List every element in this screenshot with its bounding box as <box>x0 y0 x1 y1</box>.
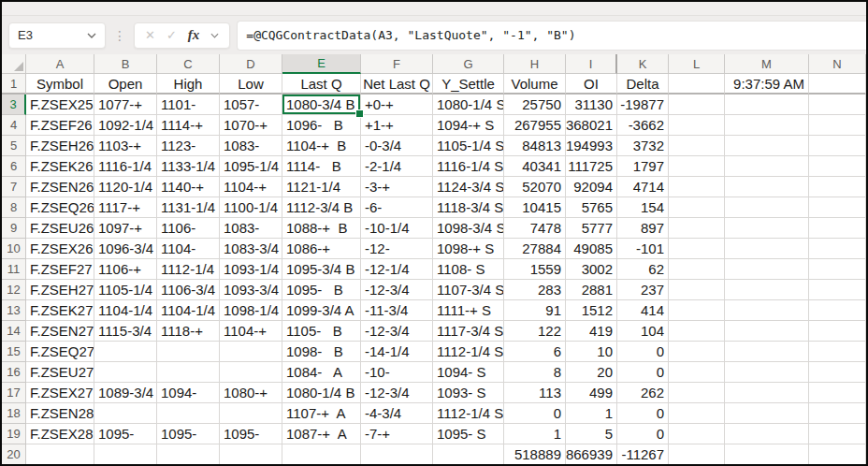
cell-E12[interactable]: 1095- B <box>282 280 361 300</box>
cell-I12[interactable]: 2881 <box>566 280 617 300</box>
cell-M9[interactable] <box>725 218 809 239</box>
cell-D6[interactable]: 1095-1/4 <box>220 156 282 177</box>
cell-F3[interactable]: +0-+ <box>361 95 433 115</box>
cell-I14[interactable]: 419 <box>566 321 617 342</box>
cell-C10[interactable]: 1104- <box>157 239 220 259</box>
cell-B3[interactable]: 1077-+ <box>94 95 157 115</box>
cell-E11[interactable]: 1095-3/4 B <box>282 259 361 280</box>
cell-D17[interactable]: 1080-+ <box>220 383 282 403</box>
cell-H11[interactable]: 1559 <box>504 259 566 280</box>
row-header-13[interactable]: 13 <box>2 300 26 321</box>
cell-G11[interactable]: 1108- S <box>433 259 504 280</box>
cell-B14[interactable]: 1115-3/4 <box>94 321 157 342</box>
row-header-16[interactable]: 16 <box>2 362 26 383</box>
row-header-18[interactable]: 18 <box>2 403 26 424</box>
cell-G3[interactable]: 1080-1/4 S <box>433 95 504 115</box>
cell-G15[interactable]: 1112-1/4 S <box>433 342 504 362</box>
cell-N15[interactable] <box>809 342 866 362</box>
row-header-12[interactable]: 12 <box>2 280 26 300</box>
cell-I9[interactable]: 5777 <box>566 218 617 239</box>
cell-H8[interactable]: 10415 <box>504 197 566 218</box>
cell-A7[interactable]: F.ZSEN26 <box>26 177 94 197</box>
cell-C3[interactable]: 1101- <box>157 95 220 115</box>
cell-K16[interactable]: 0 <box>617 362 669 383</box>
cell-G10[interactable]: 1098-+ S <box>433 239 504 259</box>
row-header-19[interactable]: 19 <box>2 424 26 444</box>
cell-K9[interactable]: 897 <box>617 218 669 239</box>
cell-C20[interactable] <box>157 444 220 464</box>
cell-K10[interactable]: -101 <box>617 239 669 259</box>
cell-N12[interactable] <box>809 280 866 300</box>
cell-D3[interactable]: 1057- <box>220 95 282 115</box>
cell-D15[interactable] <box>220 342 282 362</box>
cell-A5[interactable]: F.ZSEH26 <box>26 136 94 156</box>
cell-I10[interactable]: 49085 <box>566 239 617 259</box>
cell-M3[interactable] <box>725 95 809 115</box>
cell-E1[interactable]: Last Q <box>282 74 361 95</box>
cell-M1[interactable]: 9:37:59 AM <box>725 74 809 95</box>
cell-N10[interactable] <box>809 239 866 259</box>
cell-A12[interactable]: F.ZSEH27 <box>26 280 94 300</box>
cell-C6[interactable]: 1133-1/4 <box>157 156 220 177</box>
cell-D11[interactable]: 1093-1/4 <box>220 259 282 280</box>
cell-L15[interactable] <box>669 342 725 362</box>
cell-L18[interactable] <box>669 403 725 424</box>
cell-A20[interactable] <box>26 444 94 464</box>
cell-E15[interactable]: 1098- B <box>282 342 361 362</box>
cell-E10[interactable]: 1086-+ <box>282 239 361 259</box>
cell-C17[interactable]: 1094- <box>157 383 220 403</box>
column-header-I[interactable]: I <box>566 54 617 74</box>
cell-D8[interactable]: 1100-1/4 <box>220 197 282 218</box>
cell-N11[interactable] <box>809 259 866 280</box>
cell-I20[interactable]: 866939 <box>566 444 617 464</box>
cell-D5[interactable]: 1083- <box>220 136 282 156</box>
cell-M19[interactable] <box>725 424 809 444</box>
cell-I17[interactable]: 499 <box>566 383 617 403</box>
cell-G19[interactable]: 1095- S <box>433 424 504 444</box>
column-header-G[interactable]: G <box>433 54 504 74</box>
cell-B20[interactable] <box>94 444 157 464</box>
row-header-8[interactable]: 8 <box>2 197 26 218</box>
cell-L8[interactable] <box>669 197 725 218</box>
cell-F17[interactable]: -12-3/4 <box>361 383 433 403</box>
cell-E7[interactable]: 1121-1/4 <box>282 177 361 197</box>
cell-I5[interactable]: 194993 <box>566 136 617 156</box>
cell-A15[interactable]: F.ZSEQ27 <box>26 342 94 362</box>
cell-N8[interactable] <box>809 197 866 218</box>
cell-A6[interactable]: F.ZSEK26 <box>26 156 94 177</box>
cell-L7[interactable] <box>669 177 725 197</box>
cell-H12[interactable]: 283 <box>504 280 566 300</box>
cell-H7[interactable]: 52070 <box>504 177 566 197</box>
row-header-1[interactable]: 1 <box>2 74 26 95</box>
column-header-B[interactable]: B <box>94 54 157 74</box>
cell-L9[interactable] <box>669 218 725 239</box>
cell-D18[interactable] <box>220 403 282 424</box>
cell-L19[interactable] <box>669 424 725 444</box>
cell-B17[interactable]: 1089-3/4 <box>94 383 157 403</box>
cell-F1[interactable]: Net Last Q <box>361 74 433 95</box>
cell-H15[interactable]: 6 <box>504 342 566 362</box>
cell-H9[interactable]: 7478 <box>504 218 566 239</box>
cell-M17[interactable] <box>725 383 809 403</box>
cell-H14[interactable]: 122 <box>504 321 566 342</box>
row-header-15[interactable]: 15 <box>2 342 26 362</box>
cell-G14[interactable]: 1117-3/4 S <box>433 321 504 342</box>
column-header-H[interactable]: H <box>504 54 566 74</box>
row-header-20[interactable]: 20 <box>2 444 26 464</box>
cell-H17[interactable]: 113 <box>504 383 566 403</box>
cell-H6[interactable]: 40341 <box>504 156 566 177</box>
cell-L4[interactable] <box>669 115 725 136</box>
cell-I7[interactable]: 92094 <box>566 177 617 197</box>
cell-L3[interactable] <box>669 95 725 115</box>
cell-N19[interactable] <box>809 424 866 444</box>
cell-K8[interactable]: 154 <box>617 197 669 218</box>
cell-F7[interactable]: -3-+ <box>361 177 433 197</box>
cell-C12[interactable]: 1106-3/4 <box>157 280 220 300</box>
cell-H13[interactable]: 91 <box>504 300 566 321</box>
row-header-3[interactable]: 3 <box>2 95 26 115</box>
cell-N17[interactable] <box>809 383 866 403</box>
cell-B7[interactable]: 1120-1/4 <box>94 177 157 197</box>
fx-chevron-icon[interactable] <box>210 33 219 38</box>
cell-L17[interactable] <box>669 383 725 403</box>
cell-D16[interactable] <box>220 362 282 383</box>
